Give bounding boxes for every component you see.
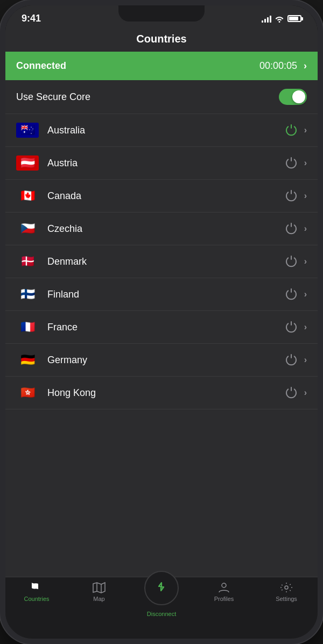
connected-banner[interactable]: Connected 00:00:05 › [5, 52, 318, 80]
flag-de-icon [16, 352, 39, 367]
row-chevron-icon: › [304, 257, 307, 266]
list-item[interactable]: Austria › [5, 147, 318, 180]
tab-disconnect-label: Disconnect [147, 611, 176, 617]
power-button-dk[interactable] [283, 253, 300, 270]
flag-at-icon [16, 155, 39, 171]
tab-profiles-label: Profiles [214, 596, 234, 602]
wifi-icon [275, 15, 284, 23]
list-item[interactable]: Germany › [5, 344, 318, 377]
country-list: Australia › Austria [5, 114, 318, 577]
tab-map[interactable]: Map [78, 582, 121, 602]
flag-au-icon [16, 123, 39, 138]
tab-profiles[interactable]: Profiles [202, 582, 245, 602]
row-chevron-icon: › [304, 191, 307, 201]
power-button-au[interactable] [283, 122, 300, 139]
power-button-hk[interactable] [283, 384, 300, 401]
power-button-at[interactable] [283, 154, 300, 172]
power-button-fr[interactable] [283, 319, 300, 336]
country-name: Germany [47, 355, 283, 366]
power-button-cz[interactable] [283, 220, 300, 237]
flag-fr-icon [16, 320, 39, 335]
country-name: Finland [47, 289, 283, 300]
country-name: Canada [47, 190, 283, 202]
tab-map-label: Map [93, 596, 104, 602]
tab-countries[interactable]: Countries [15, 582, 58, 602]
country-name: France [47, 322, 283, 333]
secure-core-row[interactable]: Use Secure Core [5, 80, 318, 114]
flag-cz-icon [16, 221, 39, 236]
signal-icon [262, 15, 271, 23]
tab-settings[interactable]: Settings [265, 582, 308, 602]
power-button-de[interactable] [283, 351, 300, 369]
flag-dk-icon [16, 254, 39, 269]
country-name: Austria [47, 158, 283, 169]
row-chevron-icon: › [304, 388, 307, 398]
country-name: Denmark [47, 256, 283, 267]
secure-core-label: Use Secure Core [16, 91, 90, 103]
tab-bar: Countries Map Disconnect [5, 577, 318, 639]
country-name: Czechia [47, 223, 283, 235]
svg-point-2 [222, 583, 226, 588]
list-item[interactable]: Australia › [5, 114, 318, 147]
status-icons [262, 15, 301, 23]
phone-frame: 9:41 Countries Connect [0, 0, 323, 644]
flag-icon [30, 582, 44, 593]
connection-status-label: Connected [16, 60, 66, 72]
row-chevron-icon: › [304, 322, 307, 332]
power-button-fi[interactable] [283, 286, 300, 303]
map-icon [92, 582, 106, 593]
row-chevron-icon: › [304, 224, 307, 233]
country-name: Hong Kong [47, 387, 283, 399]
profiles-icon [217, 582, 231, 593]
country-name: Australia [47, 125, 283, 136]
row-chevron-icon: › [304, 289, 307, 299]
list-item[interactable]: France › [5, 311, 318, 344]
list-item[interactable]: Hong Kong › [5, 377, 318, 409]
battery-icon [287, 15, 301, 22]
disconnect-circle[interactable] [144, 571, 179, 605]
list-item[interactable]: Canada › [5, 180, 318, 213]
status-time: 9:41 [22, 13, 41, 24]
flag-hk-icon [16, 385, 39, 400]
flag-ca-icon [16, 188, 39, 203]
tab-countries-label: Countries [24, 596, 49, 602]
svg-point-3 [285, 586, 288, 589]
list-item[interactable]: Finland › [5, 278, 318, 311]
tab-settings-label: Settings [276, 596, 297, 602]
row-chevron-icon: › [304, 158, 307, 168]
row-chevron-icon: › [304, 125, 307, 135]
power-button-ca[interactable] [283, 187, 300, 204]
page-title: Countries [136, 33, 186, 45]
connection-timer: 00:00:05 [259, 60, 297, 72]
row-chevron-icon: › [304, 355, 307, 365]
flag-fi-icon [16, 287, 39, 302]
notch [118, 5, 205, 22]
tab-disconnect[interactable]: Disconnect [140, 571, 183, 617]
list-item[interactable]: Czechia › [5, 213, 318, 245]
nav-title-bar: Countries [5, 29, 318, 52]
connection-chevron-icon: › [304, 60, 307, 72]
gear-icon [279, 582, 293, 593]
list-item[interactable]: Denmark › [5, 245, 318, 278]
disconnect-icon [153, 580, 170, 596]
secure-core-toggle[interactable] [279, 89, 307, 105]
screen: 9:41 Countries Connect [5, 5, 318, 639]
